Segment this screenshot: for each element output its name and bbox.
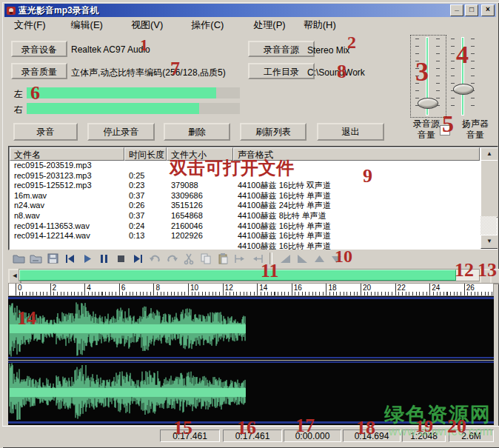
record-quality-value: 立体声,动态比特率编码(256/128,品质5) (71, 67, 226, 79)
undo-icon[interactable] (147, 252, 162, 265)
trim-start-icon[interactable] (232, 252, 247, 265)
play-icon[interactable] (79, 252, 94, 265)
file-format (233, 161, 480, 171)
column-header-1[interactable]: 时间长度 (124, 147, 167, 161)
table-row[interactable]: 16m.wav0:37330968644100赫兹 16比特 单声道 (10, 191, 480, 201)
save-icon[interactable] (45, 252, 60, 265)
file-size (167, 171, 233, 181)
checkbox[interactable] (440, 125, 450, 136)
ruler-tick-4: 4 (84, 284, 91, 292)
record-source-button[interactable]: 录音音源 (248, 41, 315, 57)
table-row[interactable]: rec0914-122144.wav0:13120292644100赫兹 16比… (10, 231, 480, 241)
menu-operate[interactable]: 操作(C) (185, 17, 230, 33)
meter-right-label: 右 (14, 104, 23, 116)
table-row[interactable]: 44100赫兹 16比特 单声道 (10, 241, 480, 250)
menu-file[interactable]: 文件(F) (8, 17, 52, 33)
file-size: 3515126 (167, 201, 233, 211)
pause-icon[interactable] (96, 252, 111, 265)
table-row[interactable]: rec0915-203123.mp30:25 (10, 171, 480, 181)
minimize-button[interactable]: _ (450, 4, 463, 16)
speaker-slider-ticks-left (451, 39, 455, 113)
file-name: rec0915-203123.mp3 (10, 171, 124, 181)
file-list-scrollbar[interactable]: ▲ ▼ (480, 147, 497, 249)
file-format: 44100赫兹 16比特 单声道 (233, 241, 480, 250)
open-folder-icon[interactable] (28, 252, 43, 265)
trim-end-icon[interactable] (250, 252, 264, 265)
scroll-down-icon[interactable]: ▼ (480, 235, 498, 249)
file-list[interactable]: 文件名时间长度文件大小声音格式 rec0915-203519.mp3rec091… (8, 146, 498, 250)
file-format: 44100赫兹 16比特 单声道 (233, 231, 480, 241)
ruler-tick-20: 20 (361, 284, 371, 292)
volume-down-icon[interactable] (329, 252, 344, 265)
menu-view[interactable]: 视图(V) (125, 17, 169, 33)
speaker-volume-label: 扬声器 音量 (455, 118, 495, 141)
file-name (10, 241, 124, 250)
refresh-list-button[interactable]: 刷新列表 (240, 123, 307, 141)
table-row[interactable]: rec0915-125512.mp30:2337908844100赫兹 16比特… (10, 181, 480, 191)
table-row[interactable]: n24.wav0:26351512644100赫兹 24比特 单声道 (10, 201, 480, 211)
record-device-button[interactable]: 录音设备 (11, 41, 67, 57)
scrollbar-track[interactable] (480, 216, 497, 235)
file-duration (124, 161, 167, 171)
skip-end-icon[interactable] (130, 252, 145, 265)
menu-help[interactable]: 帮助(H) (298, 17, 342, 33)
menu-process[interactable]: 处理(P) (247, 17, 291, 33)
redo-icon[interactable] (164, 252, 179, 265)
file-list-rows: rec0915-203519.mp3rec0915-203123.mp30:25… (10, 161, 480, 250)
column-header-0[interactable]: 文件名 (10, 147, 124, 161)
cut-icon[interactable] (181, 252, 196, 265)
speaker-volume-thumb[interactable] (453, 84, 474, 95)
waveform-display[interactable] (8, 296, 494, 425)
level-meter-right (27, 103, 240, 114)
file-format: 44100赫兹 16比特 双声道 (233, 181, 480, 191)
file-duration: 0:26 (124, 201, 167, 211)
exit-button[interactable]: 退出 (317, 123, 384, 141)
file-size: 1202926 (167, 231, 233, 241)
status-panel-file-size: 2.6M (449, 429, 494, 442)
file-name: rec0914-122144.wav (10, 231, 124, 241)
copy-icon[interactable] (198, 252, 213, 265)
record-quality-button[interactable]: 录音质量 (11, 63, 67, 79)
fade-in-icon[interactable] (278, 252, 292, 265)
record-button[interactable]: 录音 (13, 123, 78, 141)
file-duration: 0:25 (124, 171, 167, 181)
stop-icon[interactable] (113, 252, 128, 265)
speaker-volume-slider[interactable] (461, 37, 464, 116)
file-size (167, 161, 233, 171)
table-row[interactable]: rec0915-203519.mp3 (10, 161, 480, 171)
column-header-3[interactable]: 声音格式 (233, 147, 480, 161)
source-volume-thumb[interactable] (418, 98, 438, 109)
file-format: 44100赫兹 8比特 单声道 (233, 211, 480, 221)
position-bar-thumb[interactable] (19, 270, 456, 281)
file-size: 3309686 (167, 191, 233, 201)
speaker-slider-ticks-right (471, 39, 475, 113)
column-header-2[interactable]: 文件大小 (167, 147, 233, 161)
close-button[interactable]: × (481, 4, 495, 16)
pos-scroll-button-2[interactable] (490, 269, 499, 284)
maximize-button[interactable]: □ (465, 4, 478, 16)
workdir-button[interactable]: 工作目录 (248, 63, 315, 79)
window-title: 蓝光影音mp3录音机 (19, 4, 449, 17)
position-bar-track[interactable] (19, 269, 480, 281)
stop-record-button[interactable]: 停止录音 (87, 123, 155, 141)
title-bar[interactable]: 蓝光影音mp3录音机 _ □ × (4, 4, 496, 17)
paste-icon[interactable] (215, 252, 230, 265)
scrollbar-thumb[interactable] (480, 160, 498, 218)
table-row[interactable]: rec0914-113653.wav0:24216004644100赫兹 16比… (10, 221, 480, 232)
file-duration: 0:23 (124, 181, 167, 191)
volume-up-icon[interactable] (312, 252, 326, 265)
ruler-tick-26: 26 (464, 284, 475, 292)
ruler-tick-14: 14 (257, 284, 267, 292)
status-panel-cursor-time: 0:17.461 (223, 429, 282, 442)
menu-edit[interactable]: 编辑(E) (65, 17, 109, 33)
status-panel-zoom-ratio: 1:2048 (402, 429, 446, 442)
level-meter-left (27, 87, 240, 98)
file-format: 44100赫兹 16比特 单声道 (233, 221, 480, 232)
table-row[interactable]: n8.wav0:37165486844100赫兹 8比特 单声道 (10, 211, 480, 221)
skip-start-icon[interactable] (62, 252, 77, 265)
delete-button[interactable]: 删除 (164, 123, 230, 141)
open-file-icon[interactable] (11, 252, 26, 265)
status-panel-selection-end: 0:14.694 (343, 429, 401, 442)
level-meter-left-fill (27, 87, 216, 98)
fade-out-icon[interactable] (295, 252, 309, 265)
